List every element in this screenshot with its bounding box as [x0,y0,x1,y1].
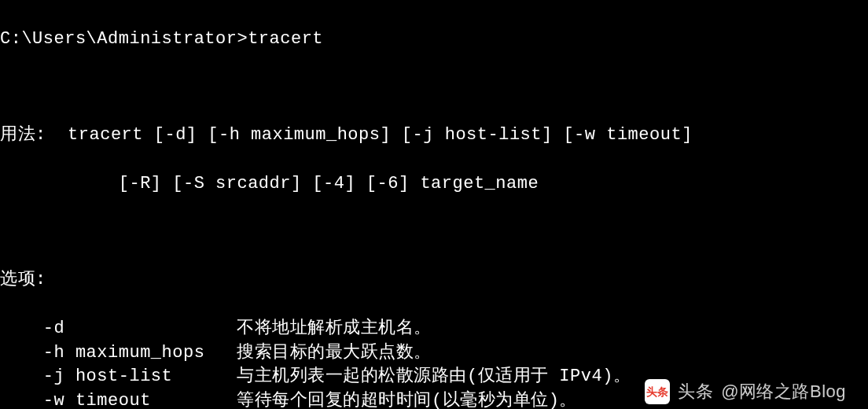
usage-syntax-2: [-R] [-S srcaddr] [-4] [-6] target_name [0,174,539,193]
option-row: -h maximum_hops 搜索目标的最大跃点数。 [0,341,868,366]
option-desc: 搜索目标的最大跃点数。 [237,343,432,363]
option-flag: -d [43,319,237,338]
option-flag: -w timeout [43,391,237,409]
watermark-author: @网络之路Blog [721,380,846,404]
option-row: -d 不将地址解析成主机名。 [0,317,868,341]
blank-line [0,76,868,99]
usage-line-2: [-R] [-S srcaddr] [-4] [-6] target_name [0,172,868,197]
watermark-label: 头条 [678,380,713,404]
usage-label: 用法: [0,125,46,145]
blank-line [0,220,868,244]
prompt-line: C:\Users\Administrator>tracert [0,28,868,52]
toutiao-icon: 头条 [645,379,670,404]
option-flag: -j host-list [43,367,237,386]
prompt-path: C:\Users\Administrator> [0,29,248,49]
option-desc: 等待每个回复的超时时间(以毫秒为单位)。 [237,391,576,409]
command-text: tracert [248,29,323,49]
option-desc: 与主机列表一起的松散源路由(仅适用于 IPv4)。 [237,367,631,386]
usage-line-1: 用法: tracert [-d] [-h maximum_hops] [-j h… [0,123,868,148]
terminal-output[interactable]: C:\Users\Administrator>tracert 用法: trace… [0,3,868,409]
watermark: 头条 头条 @网络之路Blog [645,379,846,404]
options-label: 选项: [0,270,46,289]
options-header: 选项: [0,268,868,293]
option-desc: 不将地址解析成主机名。 [237,319,432,338]
usage-syntax-1: tracert [-d] [-h maximum_hops] [-j host-… [46,125,693,145]
option-flag: -h maximum_hops [43,343,237,363]
